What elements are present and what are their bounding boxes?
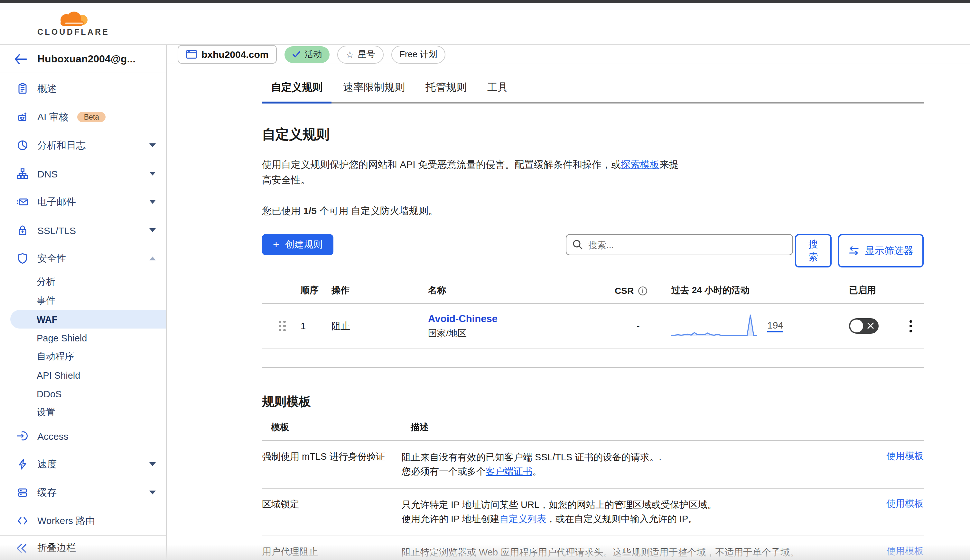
sidebar-subitem-api-shield[interactable]: API Shield (0, 366, 166, 385)
drag-handle-icon[interactable] (279, 321, 286, 332)
tab-managed-rules[interactable]: 托管规则 (416, 75, 476, 102)
pie-chart-icon (16, 139, 28, 152)
app-header: CLOUDFLARE (0, 3, 970, 44)
client-certificates-link[interactable]: 客户端证书 (486, 466, 532, 477)
activity-sparkline (671, 312, 757, 340)
sidebar-item-cache[interactable]: 缓存 (0, 478, 166, 507)
browser-window-icon (186, 50, 197, 59)
robot-icon (16, 111, 28, 123)
domain-name: bxhu2004.com (201, 49, 268, 60)
sidebar-item-speed[interactable]: 速度 (0, 450, 166, 478)
sidebar-subitem-events[interactable]: 事件 (0, 291, 166, 310)
shield-icon (16, 252, 28, 265)
toggle-knob (850, 320, 863, 332)
enabled-toggle[interactable] (849, 318, 879, 334)
create-rule-button[interactable]: +创建规则 (262, 234, 333, 255)
sidebar-subitem-bots[interactable]: 自动程序 (0, 347, 166, 366)
use-template-link[interactable]: 使用模板 (865, 450, 924, 462)
chevron-down-icon (149, 172, 156, 175)
enabled-cell (849, 318, 898, 334)
activity-cell: 194 (671, 312, 849, 340)
rule-name-cell: Avoid-Chinese 国家/地区 (428, 313, 615, 339)
sidebar-subitem-page-shield[interactable]: Page Shield (0, 328, 166, 347)
sidebar-subitem-settings[interactable]: 设置 (0, 403, 166, 422)
chevron-down-icon (149, 228, 156, 232)
sidebar-nav: 概述 AI 审核 Beta 分析和日志 (0, 73, 166, 535)
rules-table-footer (262, 348, 924, 368)
rule-name-link[interactable]: Avoid-Chinese (428, 313, 615, 324)
email-icon (16, 196, 28, 208)
col-enabled: 已启用 (849, 285, 898, 297)
check-icon (292, 51, 301, 58)
search-input[interactable] (566, 234, 793, 255)
sidebar-item-access[interactable]: Access (0, 422, 166, 450)
sidebar-item-security[interactable]: 安全性 (0, 244, 166, 273)
custom-list-link[interactable]: 自定义列表 (500, 514, 546, 524)
domain-selector[interactable]: bxhu2004.com (178, 45, 277, 63)
code-brackets-icon (16, 515, 28, 527)
star-icon: ☆ (346, 50, 354, 59)
status-badge: 活动 (284, 46, 329, 63)
zone-bar: bxhu2004.com 活动 ☆ 星号 Free 计划 (167, 45, 970, 64)
col-csr: CSR (615, 285, 671, 296)
template-name: 用户代理阻止 (262, 545, 401, 559)
activity-count-link[interactable]: 194 (767, 319, 783, 333)
double-chevron-left-icon (16, 543, 28, 553)
rule-action: 阻止 (331, 320, 428, 332)
sidebar-subitem-analytics[interactable]: 分析 (0, 273, 166, 291)
template-row: 用户代理阻止 阻止特定浏览器或 Web 应用程序用户代理请求头。这些规则适用于整… (262, 536, 924, 560)
sidebar-item-email[interactable]: 电子邮件 (0, 188, 166, 216)
cloudflare-logo[interactable]: CLOUDFLARE (37, 11, 109, 36)
lightning-icon (16, 458, 28, 470)
main-area: bxhu2004.com 活动 ☆ 星号 Free 计划 自定义规则 速率限制规… (167, 45, 970, 560)
page-title: 自定义规则 (262, 125, 924, 143)
templates-title: 规则模板 (262, 393, 924, 410)
window-top-strip (0, 0, 970, 3)
collapse-sidebar-button[interactable]: 折叠边栏 (0, 535, 166, 560)
page-description: 使用自定义规则保护您的网站和 API 免受恶意流量的侵害。配置缓解条件和操作，或… (262, 157, 684, 188)
sidebar: Huboxuan2004@g... 概述 AI 审核 Beta (0, 45, 167, 560)
rules-table-header: 顺序 操作 名称 CSR 过去 24 小时的活动 已启用 (262, 285, 924, 304)
template-description: 阻止特定浏览器或 Web 应用程序用户代理请求头。这些规则适用于整个域，不适用于… (401, 545, 865, 559)
sidebar-item-dns[interactable]: DNS (0, 160, 166, 188)
col-template: 模板 (271, 422, 411, 433)
clipboard-icon (16, 83, 28, 95)
actions-row: +创建规则 搜索 显示筛选器 (262, 234, 924, 267)
cloudflare-cloud-icon (57, 11, 90, 27)
cloudflare-wordmark: CLOUDFLARE (37, 27, 109, 36)
use-template-link[interactable]: 使用模板 (865, 498, 924, 510)
show-filters-button[interactable]: 显示筛选器 (838, 234, 924, 267)
col-action: 操作 (331, 285, 428, 297)
star-button[interactable]: ☆ 星号 (337, 45, 383, 63)
kebab-menu-icon[interactable] (898, 317, 924, 335)
search-wrap (566, 234, 793, 255)
sidebar-subitem-waf[interactable]: WAF (10, 310, 166, 328)
custom-rules-table: 顺序 操作 名称 CSR 过去 24 小时的活动 已启用 1 阻止 (262, 285, 924, 368)
swap-arrows-icon (848, 246, 859, 255)
templates-table-header: 模板 描述 (262, 422, 924, 441)
rule-csr-value: - (615, 321, 671, 331)
use-template-link[interactable]: 使用模板 (865, 545, 924, 557)
template-description: 只允许特定 IP 地址访问某些 URL，如您的网站上的管理区域或受保护区域。 使… (401, 498, 865, 526)
search-button[interactable]: 搜索 (795, 234, 831, 267)
usage-count: 1/5 (303, 205, 317, 216)
tab-custom-rules[interactable]: 自定义规则 (262, 75, 331, 102)
sidebar-subitem-ddos[interactable]: DDoS (0, 385, 166, 403)
toggle-x-icon (867, 322, 874, 329)
template-name: 区域锁定 (262, 498, 401, 511)
server-stack-icon (16, 487, 28, 498)
sidebar-item-ai-audit[interactable]: AI 审核 Beta (0, 103, 166, 131)
sidebar-item-ssl-tls[interactable]: SSL/TLS (0, 216, 166, 244)
chevron-up-icon (149, 257, 156, 260)
tab-rate-limiting-rules[interactable]: 速率限制规则 (334, 75, 414, 102)
account-back-row[interactable]: Huboxuan2004@g... (0, 45, 166, 73)
sidebar-item-workers-routes[interactable]: Workers 路由 (0, 507, 166, 535)
rule-type: 国家/地区 (428, 328, 615, 339)
info-icon[interactable] (637, 286, 647, 295)
tab-tools[interactable]: 工具 (478, 75, 517, 102)
explore-templates-link[interactable]: 探索模板 (621, 159, 659, 170)
col-name: 名称 (428, 285, 615, 297)
sidebar-item-analytics-logs[interactable]: 分析和日志 (0, 131, 166, 160)
chevron-down-icon (149, 200, 156, 204)
sidebar-item-overview[interactable]: 概述 (0, 75, 166, 103)
